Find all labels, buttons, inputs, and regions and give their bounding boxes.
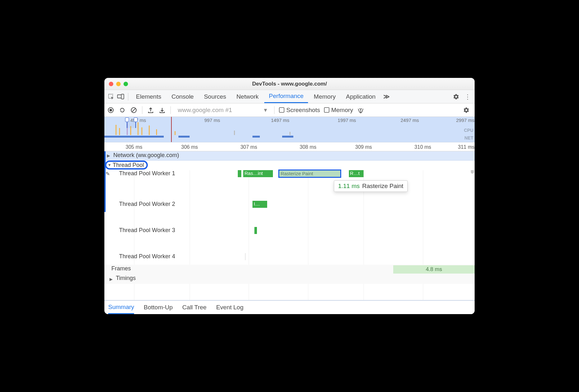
flame-tooltip: 1.11 ms Rasterize Paint <box>334 180 407 192</box>
cpu-activity <box>138 122 139 135</box>
cpu-activity <box>141 127 142 135</box>
chevron-right-icon: ▶ <box>109 277 113 282</box>
flame-block[interactable] <box>254 227 257 234</box>
frames-label: Frames <box>111 265 131 272</box>
svg-line-6 <box>132 109 135 112</box>
checkbox-icon <box>324 107 329 113</box>
worker-row-1: ✎ Thread Pool Worker 1 Ras…int Rasterize… <box>104 170 475 201</box>
flame-sliver <box>245 253 245 260</box>
time-ruler[interactable]: 305 ms 306 ms 307 ms 308 ms 309 ms 310 m… <box>104 142 475 151</box>
frame-bar[interactable]: 4.8 ms <box>393 265 475 274</box>
flame-block[interactable] <box>238 170 242 177</box>
brush-handle-right[interactable] <box>134 117 138 122</box>
overview-brush[interactable] <box>127 121 136 128</box>
flame-block-selected[interactable]: Rasterize Paint <box>278 170 341 178</box>
threadpool-section-header[interactable]: ▼ Thread Pool <box>104 161 475 170</box>
titlebar: DevTools - www.google.com/ <box>104 78 475 90</box>
cpu-activity <box>116 125 117 135</box>
flame-block[interactable]: Ras…int <box>243 170 273 177</box>
timings-row[interactable]: ▶ Timings <box>104 274 475 284</box>
tab-sources[interactable]: Sources <box>199 90 231 103</box>
memory-label: Memory <box>331 107 353 114</box>
screenshots-label: Screenshots <box>286 107 320 114</box>
chevron-right-icon: ▶ <box>107 153 110 158</box>
brush-handle-left[interactable] <box>125 117 129 122</box>
divider <box>142 106 142 114</box>
timings-label: Timings <box>116 275 136 282</box>
reload-record-button[interactable] <box>118 106 126 114</box>
inspect-element-icon[interactable] <box>107 93 115 101</box>
window-title: DevTools - www.google.com/ <box>104 81 475 87</box>
tab-summary[interactable]: Summary <box>108 301 134 314</box>
tab-network[interactable]: Network <box>232 90 263 103</box>
net-label: NET <box>464 135 473 140</box>
profile-name: www.google.com #1 <box>178 107 232 114</box>
worker-row-2: Thread Pool Worker 2 I… <box>104 201 475 227</box>
network-bar <box>104 136 164 138</box>
ruler-tick: 308 ms <box>300 144 316 150</box>
tab-bottom-up[interactable]: Bottom-Up <box>144 301 173 314</box>
performance-toolbar: www.google.com #1 ▾ Screenshots Memory <box>104 103 475 117</box>
svg-rect-2 <box>121 94 124 99</box>
svg-point-4 <box>109 109 112 111</box>
network-section-header[interactable]: ▶ Network (ww.google.com) <box>104 151 475 161</box>
capture-settings-icon[interactable] <box>463 107 472 113</box>
timeline-overview[interactable]: 497 ms 997 ms 1497 ms 1997 ms 2497 ms 29… <box>104 117 475 142</box>
worker-row-4: Thread Pool Worker 4 <box>104 253 475 265</box>
flame-block[interactable]: R…t <box>349 170 364 177</box>
frames-row[interactable]: Frames 4.8 ms <box>104 265 475 274</box>
cpu-activity <box>149 125 150 135</box>
overview-tick: 1497 ms <box>271 117 290 123</box>
more-options-icon[interactable]: ⋮ <box>463 93 472 101</box>
profile-selector[interactable]: www.google.com #1 ▾ <box>175 106 270 114</box>
marker-line <box>171 117 172 142</box>
cpu-activity <box>156 129 157 135</box>
divider <box>170 106 171 114</box>
flamechart[interactable]: ▶ Network (ww.google.com) ▼ Thread Pool … <box>104 151 475 300</box>
screenshots-checkbox[interactable]: Screenshots <box>279 107 320 114</box>
tab-console[interactable]: Console <box>167 90 198 103</box>
device-toolbar-icon[interactable] <box>117 93 125 101</box>
tab-application[interactable]: Application <box>342 90 380 103</box>
ruler-tick: 306 ms <box>181 144 198 150</box>
cpu-activity <box>234 131 235 135</box>
clear-button[interactable] <box>130 106 138 114</box>
ruler-tick: 305 ms <box>126 144 142 150</box>
tab-performance[interactable]: Performance <box>264 90 308 103</box>
network-bar <box>282 136 293 138</box>
chevron-down-icon: ▾ <box>264 106 267 114</box>
tab-event-log[interactable]: Event Log <box>216 301 244 314</box>
tab-call-tree[interactable]: Call Tree <box>182 301 207 314</box>
upload-profile-button[interactable] <box>147 106 154 114</box>
divider <box>274 106 274 114</box>
collect-garbage-button[interactable] <box>357 106 365 114</box>
worker-row-3: Thread Pool Worker 3 <box>104 227 475 253</box>
overview-tick: 1997 ms <box>338 117 356 123</box>
record-button[interactable] <box>107 106 115 114</box>
details-tab-bar: Summary Bottom-Up Call Tree Event Log <box>104 300 475 314</box>
cpu-activity <box>119 128 120 135</box>
flame-block[interactable]: I… <box>252 201 267 208</box>
overview-tick: 2497 ms <box>401 117 419 123</box>
network-bar <box>178 136 190 138</box>
tooltip-duration: 1.11 ms <box>338 183 360 190</box>
tooltip-name: Rasterize Paint <box>362 183 403 190</box>
tab-memory[interactable]: Memory <box>309 90 340 103</box>
main-tab-bar: Elements Console Sources Network Perform… <box>104 90 475 103</box>
download-profile-button[interactable] <box>158 106 166 114</box>
frame-duration: 4.8 ms <box>426 266 442 273</box>
cpu-activity <box>175 131 176 135</box>
ruler-tick: 309 ms <box>355 144 372 150</box>
ruler-tick: 307 ms <box>240 144 257 150</box>
memory-checkbox[interactable]: Memory <box>324 107 353 114</box>
cpu-activity <box>290 132 290 135</box>
devtools-window: DevTools - www.google.com/ Elements Cons… <box>104 78 475 314</box>
threadpool-highlight: ▼ Thread Pool <box>105 161 148 170</box>
tab-elements[interactable]: Elements <box>132 90 166 103</box>
cpu-label: CPU <box>464 128 473 133</box>
network-bar <box>252 136 260 138</box>
settings-icon[interactable] <box>453 94 462 100</box>
selection-edge <box>104 151 106 212</box>
ruler-tick: 311 ms <box>458 144 475 150</box>
tabs-overflow-button[interactable]: ≫ <box>381 93 392 100</box>
